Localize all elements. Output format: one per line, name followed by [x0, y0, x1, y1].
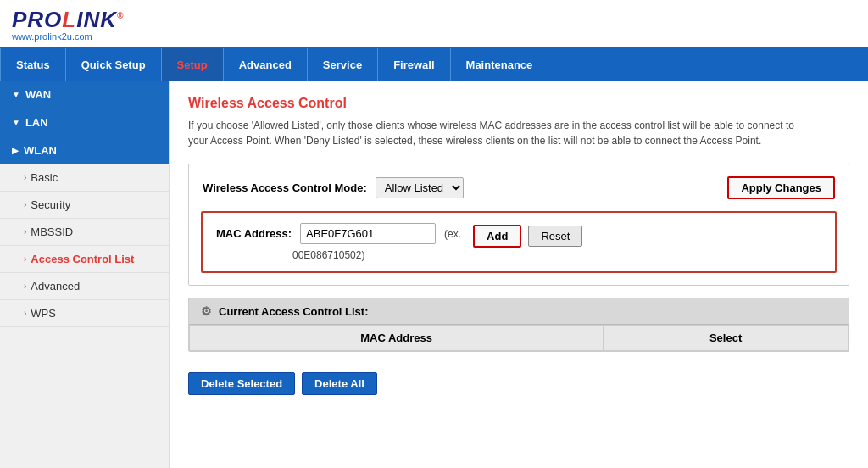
basic-bullet: › [24, 173, 26, 182]
header: PROLINK® www.prolink2u.com [0, 0, 868, 48]
advanced-bullet: › [24, 281, 26, 291]
mode-label: Wireless Access Control Mode: [203, 181, 367, 194]
page-description: If you choose 'Allowed Listed', only tho… [188, 118, 798, 148]
nav-quick-setup[interactable]: Quick Setup [66, 48, 162, 81]
sidebar-item-wps-label: WPS [31, 307, 56, 320]
sidebar-item-security-label: Security [31, 198, 70, 211]
sidebar-item-mbssid-label: MBSSID [31, 226, 73, 238]
wps-bullet: › [24, 309, 26, 318]
sidebar-group-lan-header[interactable]: ▼ LAN [0, 109, 169, 136]
logo-text: PROLINK® [12, 7, 124, 33]
sidebar-item-acl-label: Access Control List [31, 253, 134, 265]
acl-bullet: › [24, 254, 26, 264]
navbar: Status Quick Setup Setup Advanced Servic… [0, 48, 868, 81]
sidebar-item-basic[interactable]: › Basic [0, 164, 169, 192]
content: ▼ WAN ▼ LAN ▶ WLAN › Basic › Security [0, 81, 868, 468]
mac-hint-below: 00E086710502) [216, 249, 461, 261]
nav-advanced[interactable]: Advanced [224, 48, 308, 81]
acl-section: ⚙ Current Access Control List: MAC Addre… [188, 298, 849, 352]
mac-hint: (ex. [444, 228, 461, 240]
reset-button[interactable]: Reset [528, 226, 582, 247]
sidebar-item-advanced-label: Advanced [31, 280, 80, 292]
sidebar-group-wan: ▼ WAN [0, 81, 169, 109]
sidebar-group-wlan: ▶ WLAN › Basic › Security › MBSSID › Acc… [0, 136, 169, 327]
mac-address-input[interactable] [300, 223, 436, 244]
nav-maintenance[interactable]: Maintenance [451, 48, 549, 81]
nav-service[interactable]: Service [308, 48, 378, 81]
mac-address-label: MAC Address: [216, 227, 292, 240]
sidebar-item-security[interactable]: › Security [0, 192, 169, 219]
delete-selected-button[interactable]: Delete Selected [188, 372, 295, 395]
apply-changes-button[interactable]: Apply Changes [727, 176, 835, 199]
mbssid-bullet: › [24, 227, 26, 237]
add-button[interactable]: Add [473, 225, 521, 248]
sidebar-item-acl[interactable]: › Access Control List [0, 246, 169, 273]
sidebar-item-wps[interactable]: › WPS [0, 300, 169, 327]
acl-col-mac: MAC Address [190, 326, 604, 351]
page-title: Wireless Access Control [188, 96, 849, 111]
security-bullet: › [24, 200, 26, 209]
sidebar: ▼ WAN ▼ LAN ▶ WLAN › Basic › Security [0, 81, 170, 468]
acl-header: ⚙ Current Access Control List: [189, 298, 849, 325]
delete-all-button[interactable]: Delete All [302, 372, 377, 395]
lan-arrow-icon: ▼ [12, 118, 20, 127]
main-content: Wireless Access Control If you choose 'A… [170, 81, 868, 468]
sidebar-group-wan-header[interactable]: ▼ WAN [0, 81, 169, 109]
sidebar-group-lan: ▼ LAN [0, 109, 169, 136]
gear-icon: ⚙ [201, 304, 212, 318]
sidebar-group-wan-label: WAN [25, 88, 51, 101]
acl-section-title: Current Access Control List: [219, 305, 369, 318]
mode-select[interactable]: Allow Listed Deny Listed Disable [376, 177, 464, 198]
acl-table-header-row: MAC Address Select [190, 326, 849, 351]
wan-arrow-icon: ▼ [12, 90, 20, 99]
sidebar-item-mbssid[interactable]: › MBSSID [0, 219, 169, 246]
delete-row: Delete Selected Delete All [188, 364, 849, 395]
wlan-arrow-icon: ▶ [12, 146, 19, 155]
logo: PROLINK® www.prolink2u.com [12, 7, 124, 42]
sidebar-group-wlan-header[interactable]: ▶ WLAN [0, 136, 169, 164]
nav-setup[interactable]: Setup [162, 48, 224, 81]
logo-tm: ® [117, 11, 124, 20]
acl-col-select: Select [604, 326, 849, 351]
sidebar-item-advanced[interactable]: › Advanced [0, 273, 169, 300]
sidebar-group-lan-label: LAN [25, 116, 48, 129]
acl-table: MAC Address Select [189, 325, 849, 351]
section-mode-box: Wireless Access Control Mode: Allow List… [188, 164, 849, 286]
nav-status[interactable]: Status [0, 48, 66, 81]
nav-firewall[interactable]: Firewall [378, 48, 450, 81]
sidebar-item-basic-label: Basic [31, 171, 58, 184]
sidebar-group-wlan-label: WLAN [24, 144, 57, 157]
